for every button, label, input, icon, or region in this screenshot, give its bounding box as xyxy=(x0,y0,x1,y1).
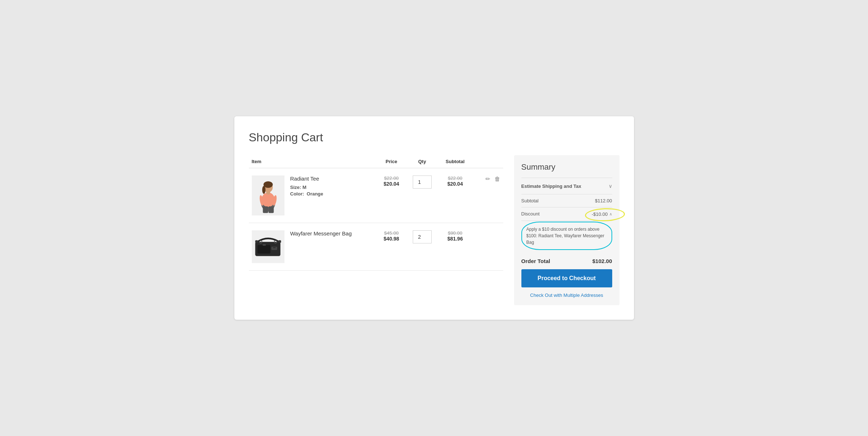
product-price-cell: $45.00 $40.98 xyxy=(377,223,405,271)
svg-rect-12 xyxy=(262,244,266,246)
table-row: Radiant Tee Size: M Color: Orange $ xyxy=(249,168,503,223)
col-header-item: Item xyxy=(249,155,378,168)
product-subtotal-cell: $22.00 $20.04 xyxy=(439,168,472,223)
order-total-label: Order Total xyxy=(521,258,550,264)
price-original: $22.00 xyxy=(380,175,403,181)
discount-row: Discount -$10.00 ∧ xyxy=(521,207,612,221)
cart-main: Item Price Qty Subtotal xyxy=(249,155,503,271)
price-discounted: $40.98 xyxy=(380,236,403,242)
subtotal-original: $22.00 xyxy=(441,175,469,181)
col-header-price: Price xyxy=(377,155,405,168)
svg-rect-7 xyxy=(268,206,274,213)
chevron-down-icon: ∨ xyxy=(609,183,612,189)
svg-rect-18 xyxy=(273,247,275,248)
discount-amount: -$10.00 xyxy=(592,211,607,217)
cart-layout: Item Price Qty Subtotal xyxy=(249,155,619,305)
order-total-value: $102.00 xyxy=(592,258,612,264)
subtotal-value: $112.00 xyxy=(595,198,612,203)
table-row: Wayfarer Messenger Bag $45.00 $40.98 $90… xyxy=(249,223,503,271)
delete-icon[interactable]: 🗑 xyxy=(494,176,500,182)
product-qty-cell[interactable] xyxy=(405,223,439,271)
cart-table: Item Price Qty Subtotal xyxy=(249,155,503,271)
svg-point-5 xyxy=(262,186,265,194)
discount-value-wrap: -$10.00 ∧ xyxy=(592,211,612,217)
edit-icon[interactable]: ✏ xyxy=(485,175,490,182)
product-name: Wayfarer Messenger Bag xyxy=(290,230,375,237)
price-discounted: $20.04 xyxy=(380,181,403,187)
product-size: Size: M xyxy=(290,185,375,190)
product-name: Radiant Tee xyxy=(290,175,375,182)
price-original: $45.00 xyxy=(380,230,403,236)
qty-input-tee[interactable] xyxy=(413,175,432,189)
product-image-cell xyxy=(249,168,287,223)
discount-expand-icon[interactable]: ∧ xyxy=(609,212,612,217)
estimate-shipping-label: Estimate Shipping and Tax xyxy=(521,183,581,189)
svg-rect-14 xyxy=(278,240,281,243)
product-actions-cell: ✏ 🗑 xyxy=(472,168,503,223)
product-price-cell: $22.00 $20.04 xyxy=(377,168,405,223)
page-title: Shopping Cart xyxy=(249,131,619,144)
svg-rect-17 xyxy=(271,247,277,250)
product-details-cell: Radiant Tee Size: M Color: Orange xyxy=(287,168,378,223)
qty-input-bag[interactable] xyxy=(413,230,432,243)
product-color: Color: Orange xyxy=(290,191,375,197)
product-image-cell xyxy=(249,223,287,271)
product-qty-cell[interactable] xyxy=(405,168,439,223)
product-image-tee xyxy=(252,175,284,215)
col-header-subtotal: Subtotal xyxy=(439,155,472,168)
subtotal-row: Subtotal $112.00 xyxy=(521,194,612,207)
subtotal-label: Subtotal xyxy=(521,198,539,203)
subtotal-discounted: $20.04 xyxy=(441,181,469,187)
discount-description: Apply a $10 discount on orders above $10… xyxy=(521,222,612,250)
cart-summary: Summary Estimate Shipping and Tax ∨ Subt… xyxy=(514,155,619,305)
summary-title: Summary xyxy=(521,162,612,172)
discount-highlight: -$10.00 xyxy=(592,211,607,217)
multi-address-link[interactable]: Check Out with Multiple Addresses xyxy=(521,292,612,298)
cart-container: Shopping Cart Item Price Qty Subtotal xyxy=(234,116,634,320)
svg-rect-11 xyxy=(257,245,270,254)
order-total-row: Order Total $102.00 xyxy=(521,253,612,269)
product-details-cell: Wayfarer Messenger Bag xyxy=(287,223,378,271)
checkout-button[interactable]: Proceed to Checkout xyxy=(521,269,612,287)
subtotal-discounted: $81.96 xyxy=(441,236,469,242)
estimate-shipping-row[interactable]: Estimate Shipping and Tax ∨ xyxy=(521,178,612,194)
product-image-bag xyxy=(252,230,284,263)
svg-point-1 xyxy=(261,193,274,207)
product-actions-cell xyxy=(472,223,503,271)
col-header-qty: Qty xyxy=(405,155,439,168)
subtotal-original: $90.00 xyxy=(441,230,469,236)
product-subtotal-cell: $90.00 $81.96 xyxy=(439,223,472,271)
discount-label: Discount xyxy=(521,211,540,217)
svg-rect-6 xyxy=(263,206,268,213)
svg-rect-13 xyxy=(255,240,258,243)
